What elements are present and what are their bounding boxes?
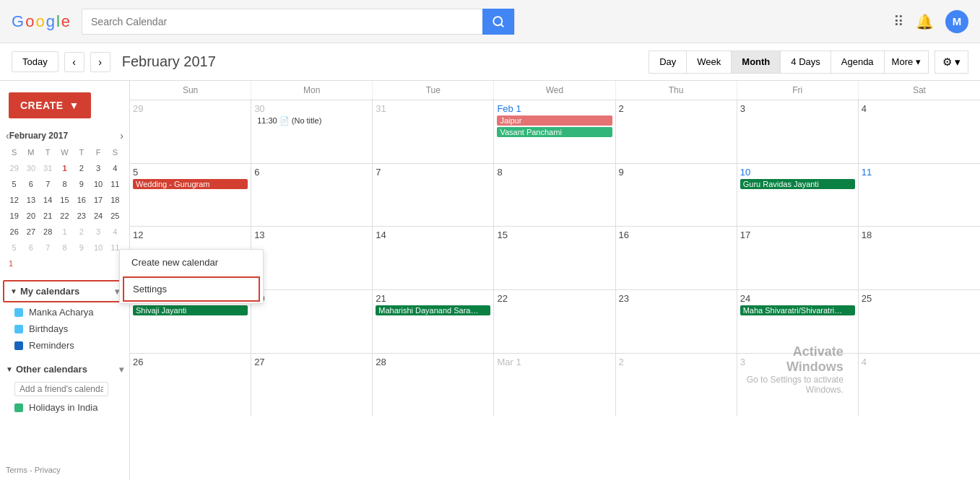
- week-view-button[interactable]: Week: [686, 51, 732, 74]
- mini-cal-cell[interactable]: 1: [56, 224, 73, 240]
- my-calendars-header[interactable]: ▼ My calendars ▾: [3, 280, 126, 302]
- mini-cal-cell[interactable]: 9: [73, 176, 90, 192]
- mini-cal-cell[interactable]: 11: [107, 176, 123, 192]
- mini-cal-cell[interactable]: 21: [40, 208, 56, 224]
- mini-cal-cell[interactable]: 29: [6, 160, 22, 176]
- mini-cal-cell[interactable]: 24: [90, 208, 106, 224]
- cal-cell-feb27[interactable]: 27: [251, 354, 373, 417]
- mini-cal-cell[interactable]: 30: [22, 160, 39, 176]
- calendar-item-birthdays[interactable]: Birthdays: [0, 320, 129, 337]
- mini-cal-cell[interactable]: 26: [6, 224, 22, 240]
- mini-cal-cell[interactable]: 2: [73, 160, 90, 176]
- mini-cal-cell[interactable]: 7: [40, 240, 56, 256]
- mini-cal-cell[interactable]: 9: [73, 240, 90, 256]
- cal-cell-feb2[interactable]: 2: [616, 100, 737, 163]
- today-button[interactable]: Today: [12, 51, 58, 72]
- mini-cal-cell[interactable]: 6: [22, 176, 39, 192]
- cal-cell-feb25[interactable]: 25: [859, 290, 980, 353]
- cal-cell-jan29[interactable]: 29: [130, 100, 251, 163]
- mini-cal-cell[interactable]: 3: [90, 160, 106, 176]
- apps-icon[interactable]: ⠿: [893, 13, 904, 30]
- cal-cell-feb20[interactable]: 20: [251, 290, 373, 353]
- mini-next-button[interactable]: ›: [120, 130, 123, 141]
- mini-cal-cell[interactable]: 3: [90, 224, 106, 240]
- mini-cal-cell[interactable]: 23: [73, 208, 90, 224]
- four-days-view-button[interactable]: 4 Days: [780, 51, 831, 74]
- day-view-button[interactable]: Day: [649, 51, 687, 74]
- mini-cal-cell[interactable]: 7: [40, 176, 56, 192]
- cal-event-maharishi[interactable]: Maharishi Dayanand Sara…: [376, 305, 490, 315]
- calendar-item-manka[interactable]: Manka Acharya: [0, 304, 129, 320]
- search-input[interactable]: [82, 16, 482, 27]
- notifications-icon[interactable]: 🔔: [916, 13, 934, 30]
- cal-cell-mar3[interactable]: 3 Activate Windows Go to Settings to act…: [737, 354, 859, 417]
- cal-event-jaipur[interactable]: Jaipur: [497, 115, 612, 126]
- mini-cal-cell[interactable]: 27: [22, 224, 39, 240]
- mini-cal-cell[interactable]: 2: [73, 224, 90, 240]
- cal-cell-feb5[interactable]: 5 Wedding - Gurugram: [130, 164, 251, 227]
- agenda-view-button[interactable]: Agenda: [831, 51, 885, 74]
- settings-button[interactable]: ⚙ ▾: [935, 51, 968, 74]
- mini-cal-cell[interactable]: 16: [73, 192, 90, 208]
- cal-event-wedding[interactable]: Wedding - Gurugram: [133, 179, 248, 189]
- cal-cell-feb16[interactable]: 16: [616, 227, 737, 289]
- cal-cell-feb13[interactable]: 13: [251, 227, 373, 289]
- mini-cal-cell[interactable]: 4: [107, 224, 123, 240]
- cal-cell-feb9[interactable]: 9: [616, 164, 737, 227]
- cal-cell-feb4[interactable]: 4: [859, 100, 980, 163]
- mini-cal-cell[interactable]: 5: [6, 176, 22, 192]
- mini-cal-cell[interactable]: 22: [56, 208, 73, 224]
- other-calendars-header[interactable]: ▼ Other calendars ▾: [0, 359, 129, 379]
- cal-cell-feb15[interactable]: 15: [494, 227, 615, 289]
- cal-cell-feb3[interactable]: 3: [737, 100, 859, 163]
- mini-cal-cell[interactable]: 17: [90, 192, 106, 208]
- cal-cell-jan31[interactable]: 31: [373, 100, 494, 163]
- cal-cell-feb7[interactable]: 7: [373, 164, 494, 227]
- calendar-item-reminders[interactable]: Reminders: [0, 337, 129, 354]
- mini-cal-cell[interactable]: 1: [56, 160, 73, 176]
- cal-cell-feb17[interactable]: 17: [737, 227, 859, 289]
- month-view-button[interactable]: Month: [731, 51, 781, 74]
- cal-cell-feb14[interactable]: 14: [373, 227, 494, 289]
- cal-cell-jan30[interactable]: 30 11:30 📄 (No title): [251, 100, 373, 163]
- cal-cell-feb8[interactable]: 8: [494, 164, 615, 227]
- cal-cell-feb22[interactable]: 22: [494, 290, 615, 353]
- cal-cell-feb28[interactable]: 28: [373, 354, 494, 417]
- cal-cell-feb6[interactable]: 6: [251, 164, 373, 227]
- mini-cal-cell[interactable]: 10: [90, 240, 106, 256]
- mini-cal-cell[interactable]: 10: [90, 176, 106, 192]
- mini-cal-cell[interactable]: 28: [40, 224, 56, 240]
- create-button[interactable]: CREATE ▼: [9, 92, 91, 118]
- other-calendars-dropdown-icon[interactable]: ▾: [119, 365, 123, 375]
- next-button[interactable]: ›: [90, 52, 110, 72]
- privacy-link[interactable]: Privacy: [35, 466, 61, 474]
- avatar[interactable]: M: [945, 10, 968, 33]
- mini-cal-cell[interactable]: 12: [6, 192, 22, 208]
- cal-cell-mar2[interactable]: 2: [616, 354, 737, 417]
- mini-cal-cell[interactable]: 15: [56, 192, 73, 208]
- cal-cell-feb23[interactable]: 23: [616, 290, 737, 353]
- cal-cell-feb1[interactable]: Feb 1 Jaipur Vasant Panchami: [494, 100, 615, 163]
- mini-cal-cell[interactable]: 6: [22, 240, 39, 256]
- mini-cal-cell[interactable]: 31: [40, 160, 56, 176]
- cal-cell-mar4[interactable]: 4: [859, 354, 980, 417]
- dropdown-settings[interactable]: Settings: [123, 276, 260, 302]
- mini-cal-cell[interactable]: 18: [107, 192, 123, 208]
- cal-cell-feb26[interactable]: 26: [130, 354, 251, 417]
- mini-cal-cell[interactable]: 8: [56, 176, 73, 192]
- search-button[interactable]: [482, 9, 514, 35]
- mini-cal-cell[interactable]: 14: [40, 192, 56, 208]
- cal-event-shivaji[interactable]: Shivaji Jayanti: [133, 305, 248, 315]
- terms-link[interactable]: Terms: [6, 466, 27, 474]
- cal-cell-mar1[interactable]: Mar 1: [494, 354, 615, 417]
- add-friend-input[interactable]: [14, 382, 108, 396]
- cal-cell-feb21[interactable]: 21 Maharishi Dayanand Sara…: [373, 290, 494, 353]
- cal-event-guru[interactable]: Guru Ravidas Jayanti: [740, 179, 855, 189]
- cal-event-maha[interactable]: Maha Shivaratri/Shivaratri…: [740, 305, 855, 315]
- mini-cal-cell[interactable]: 8: [56, 240, 73, 256]
- cal-event-no-title[interactable]: 11:30 📄 (No title): [254, 115, 369, 126]
- cal-cell-feb18[interactable]: 18: [859, 227, 980, 289]
- mini-cal-cell[interactable]: 4: [107, 160, 123, 176]
- mini-cal-cell[interactable]: 13: [22, 192, 39, 208]
- mini-cal-cell[interactable]: 5: [6, 240, 22, 256]
